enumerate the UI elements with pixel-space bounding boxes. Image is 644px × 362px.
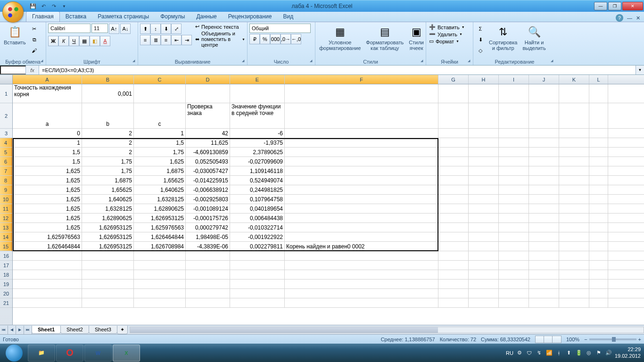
cell-F20[interactable] (285, 289, 438, 298)
cell-J11[interactable] (529, 204, 559, 213)
cell-K21[interactable] (559, 298, 589, 307)
tab-home[interactable]: Главная (26, 11, 60, 22)
cell-A18[interactable] (13, 270, 82, 279)
cell-L17[interactable] (589, 261, 608, 270)
fx-button[interactable]: fx (26, 66, 39, 74)
cell-G10[interactable] (438, 195, 469, 204)
row-header-13[interactable]: 13 (0, 223, 12, 232)
cell-E5[interactable]: 2,37890625 (230, 148, 285, 156)
insert-cells-button[interactable]: ➕Вставить▼ (428, 24, 466, 31)
col-header-L[interactable]: L (589, 75, 608, 84)
cell-I21[interactable] (499, 298, 529, 307)
indent-dec-icon[interactable]: ⇤ (171, 35, 182, 45)
cell-B1[interactable]: 0,001 (82, 84, 134, 103)
cell-C8[interactable]: 1,65625 (134, 176, 186, 185)
row-header-5[interactable]: 5 (0, 148, 12, 157)
cell-J5[interactable] (529, 148, 559, 156)
cell-B3[interactable]: 2 (82, 129, 134, 138)
sheet-nav-prev-icon[interactable]: ◀ (8, 326, 16, 334)
cell-H6[interactable] (469, 157, 499, 166)
zoom-in-icon[interactable]: + (638, 337, 641, 342)
cell-F13[interactable] (285, 223, 438, 232)
taskbar-explorer-icon[interactable]: 📁 (28, 345, 55, 362)
cell-D21[interactable] (186, 298, 230, 307)
cell-B17[interactable] (82, 261, 134, 270)
currency-icon[interactable]: ₽ (249, 34, 260, 44)
name-box[interactable] (0, 66, 26, 74)
delete-cells-button[interactable]: ➖Удалить▼ (428, 31, 463, 38)
cell-B15[interactable]: 1,626953125 (82, 242, 134, 251)
cell-H10[interactable] (469, 195, 499, 204)
cell-F18[interactable] (285, 270, 438, 279)
cells-area[interactable]: Точность нахождения корня0,001 abcПровер… (13, 84, 644, 325)
align-bottom-icon[interactable]: ⬇ (161, 24, 171, 34)
cell-F14[interactable] (285, 232, 438, 241)
cell-D4[interactable]: 11,625 (186, 138, 230, 147)
cell-E15[interactable]: 0,002279811 (230, 242, 285, 251)
cell-B6[interactable]: 1,75 (82, 157, 134, 166)
cell-H14[interactable] (469, 232, 499, 241)
cell-D19[interactable] (186, 280, 230, 288)
cell-J12[interactable] (529, 214, 559, 222)
cell-E2[interactable]: Значение функции в средней точке (230, 103, 285, 128)
cell-E18[interactable] (230, 270, 285, 279)
cell-K3[interactable] (559, 129, 589, 138)
tray-icon[interactable]: ◎ (585, 349, 593, 357)
cell-E11[interactable]: 0,040189654 (230, 204, 285, 213)
cell-C18[interactable] (134, 270, 186, 279)
cell-D6[interactable]: 0,052505493 (186, 157, 230, 166)
sheet-tab-2[interactable]: Sheet2 (60, 326, 89, 334)
cell-G12[interactable] (438, 214, 469, 222)
cell-B8[interactable]: 1,6875 (82, 176, 134, 185)
cell-E17[interactable] (230, 261, 285, 270)
cell-A1[interactable]: Точность нахождения корня (13, 84, 82, 103)
font-color-icon[interactable]: A (100, 36, 110, 46)
taskbar-excel-icon[interactable]: X (113, 345, 140, 362)
grow-font-icon[interactable]: A↑ (109, 24, 119, 34)
cell-F3[interactable] (285, 129, 438, 138)
cell-A6[interactable]: 1,5 (13, 157, 82, 166)
cell-G13[interactable] (438, 223, 469, 232)
sheet-nav-next-icon[interactable]: ▶ (16, 326, 24, 334)
cell-F7[interactable] (285, 166, 438, 175)
cell-B7[interactable]: 1,75 (82, 166, 134, 175)
cell-B11[interactable]: 1,6328125 (82, 204, 134, 213)
cell-K11[interactable] (559, 204, 589, 213)
cell-D16[interactable] (186, 251, 230, 260)
cell-H17[interactable] (469, 261, 499, 270)
cell-A3[interactable]: 0 (13, 129, 82, 138)
cell-E21[interactable] (230, 298, 285, 307)
cell-J4[interactable] (529, 138, 559, 147)
cell-L21[interactable] (589, 298, 608, 307)
cell-J14[interactable] (529, 232, 559, 241)
cell-C5[interactable]: 1,75 (134, 148, 186, 156)
cell-I11[interactable] (499, 204, 529, 213)
fill-color-icon[interactable]: ◧ (90, 36, 100, 46)
sheet-tab-3[interactable]: Sheet3 (89, 326, 117, 334)
col-header-K[interactable]: K (559, 75, 589, 84)
cell-J16[interactable] (529, 251, 559, 260)
cell-L3[interactable] (589, 129, 608, 138)
cell-F9[interactable] (285, 185, 438, 194)
clear-icon[interactable]: ◇ (475, 45, 486, 56)
cell-F17[interactable] (285, 261, 438, 270)
shrink-font-icon[interactable]: A↓ (120, 24, 131, 34)
tray-icon[interactable]: 📶 (545, 349, 553, 357)
percent-icon[interactable]: % (260, 34, 270, 44)
cell-B2[interactable]: b (82, 103, 134, 128)
cell-G16[interactable] (438, 251, 469, 260)
cut-icon[interactable]: ✂ (29, 24, 40, 34)
row-header-2[interactable]: 2 (0, 103, 12, 129)
cell-I10[interactable] (499, 195, 529, 204)
cell-J10[interactable] (529, 195, 559, 204)
cell-K10[interactable] (559, 195, 589, 204)
cell-C10[interactable]: 1,6328125 (134, 195, 186, 204)
cell-K8[interactable] (559, 176, 589, 185)
cell-H19[interactable] (469, 280, 499, 288)
row-header-6[interactable]: 6 (0, 157, 12, 166)
cell-G4[interactable] (438, 138, 469, 147)
cell-J17[interactable] (529, 261, 559, 270)
cell-B9[interactable]: 1,65625 (82, 185, 134, 194)
cell-C21[interactable] (134, 298, 186, 307)
cell-E7[interactable]: 1,109146118 (230, 166, 285, 175)
